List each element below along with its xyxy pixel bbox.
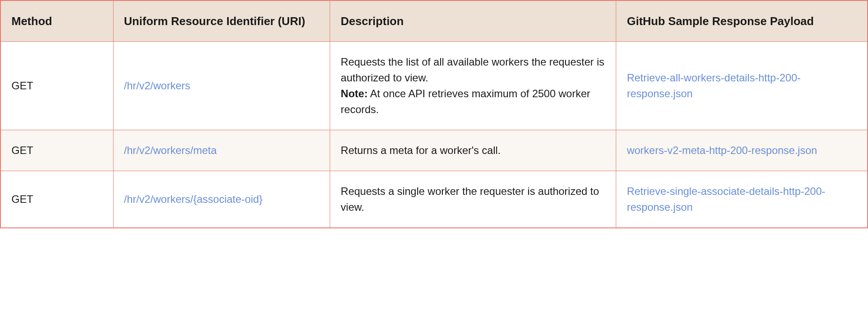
cell-description: Requests the list of all available worke…	[330, 42, 616, 130]
note-text: At once API retrieves maximum of 2500 wo…	[341, 88, 590, 115]
payload-link[interactable]: workers-v2-meta-http-200-response.json	[627, 144, 817, 156]
uri-link[interactable]: /hr/v2/workers	[124, 80, 191, 92]
cell-description: Returns a meta for a worker's call.	[330, 130, 616, 171]
cell-uri: /hr/v2/workers/{associate-oid}	[113, 171, 330, 228]
header-payload: GitHub Sample Response Payload	[616, 0, 868, 42]
cell-uri: /hr/v2/workers/meta	[113, 130, 330, 171]
cell-payload: Retrieve-single-associate-details-http-2…	[616, 171, 868, 228]
uri-link[interactable]: /hr/v2/workers/{associate-oid}	[124, 193, 263, 205]
uri-link[interactable]: /hr/v2/workers/meta	[124, 144, 217, 156]
payload-link[interactable]: Retrieve-single-associate-details-http-2…	[627, 185, 825, 213]
description-text: Requests a single worker the requester i…	[341, 185, 599, 213]
cell-payload: Retrieve-all-workers-details-http-200-re…	[616, 42, 868, 130]
note-label: Note:	[341, 88, 368, 99]
cell-description: Requests a single worker the requester i…	[330, 171, 616, 228]
cell-uri: /hr/v2/workers	[113, 42, 330, 130]
payload-link[interactable]: Retrieve-all-workers-details-http-200-re…	[627, 72, 801, 99]
header-method: Method	[0, 0, 113, 42]
description-text: Returns a meta for a worker's call.	[341, 144, 500, 156]
table-row: GET /hr/v2/workers Requests the list of …	[0, 42, 868, 130]
cell-method: GET	[0, 130, 113, 171]
api-endpoints-table: Method Uniform Resource Identifier (URI)…	[0, 0, 868, 228]
header-uri: Uniform Resource Identifier (URI)	[113, 0, 330, 42]
table-row: GET /hr/v2/workers/{associate-oid} Reque…	[0, 171, 868, 228]
cell-method: GET	[0, 171, 113, 228]
table-row: GET /hr/v2/workers/meta Returns a meta f…	[0, 130, 868, 171]
description-text: Requests the list of all available worke…	[341, 56, 604, 84]
table-header-row: Method Uniform Resource Identifier (URI)…	[0, 0, 868, 42]
cell-method: GET	[0, 42, 113, 130]
cell-payload: workers-v2-meta-http-200-response.json	[616, 130, 868, 171]
header-description: Description	[330, 0, 616, 42]
